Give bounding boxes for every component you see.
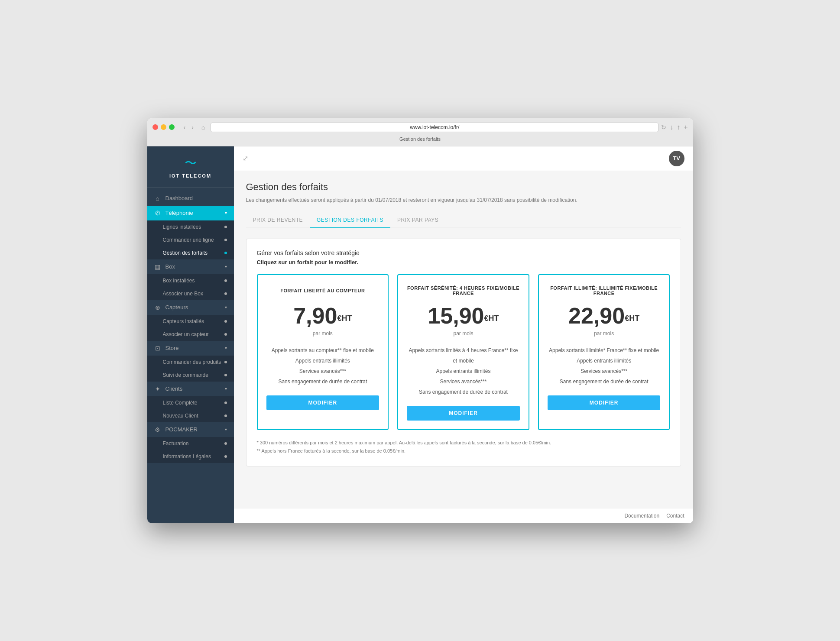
footnote-2: ** Appels hors France facturés à la seco… (257, 447, 670, 456)
sidebar-label-dashboard: Dashboard (165, 195, 227, 201)
footnote-1: * 300 numéros différents par mois et 2 h… (257, 439, 670, 447)
logo: 〜 IOT TELECOM (147, 146, 234, 188)
footer-link-documentation[interactable]: Documentation (624, 513, 659, 519)
sidebar-item-commander-produits[interactable]: Commander des produits (147, 356, 234, 369)
plan-price-wrap-liberte: 7,90€HT (266, 304, 379, 327)
tabs-container: PRIX DE REVENTE GESTION DES FORFAITS PRI… (246, 213, 681, 228)
sidebar-label-capteurs: Capteurs (165, 304, 225, 311)
chevron-right-icon: ▾ (225, 427, 227, 432)
logo-icon: 〜 (156, 155, 225, 172)
share-icon: ↑ (677, 123, 680, 131)
tab-prix-pays[interactable]: PRIX PAR PAYS (390, 213, 445, 228)
maximize-button[interactable] (169, 124, 175, 130)
sidebar-item-liste-complete[interactable]: Liste Complète (147, 396, 234, 409)
reload-button[interactable]: ↻ (661, 124, 666, 131)
sub-item-label: Box installées (163, 278, 195, 284)
sub-dot (224, 361, 227, 363)
avatar[interactable]: TV (669, 151, 684, 166)
sidebar-label-pocmaker: POCMAKER (165, 426, 225, 433)
sub-item-label: Commander des produits (163, 359, 221, 365)
sidebar-item-gestion-forfaits[interactable]: Gestion des forfaits (147, 246, 234, 259)
sidebar-item-box[interactable]: ▦ Box ▾ (147, 259, 234, 274)
footer-link-contact[interactable]: Contact (666, 513, 684, 519)
page-subtitle: Les changements effectués seront appliqu… (246, 196, 681, 204)
sub-dot (224, 279, 227, 282)
plan-card-illimite[interactable]: FORFAIT ILLIMITÉ: ILLLIMITÉ FIXE/MOBILE … (538, 274, 670, 430)
sidebar-item-store[interactable]: ⊡ Store ▾ (147, 341, 234, 356)
sidebar-item-dashboard[interactable]: ⌂ Dashboard (147, 191, 234, 206)
sub-item-label: Associer un capteur (163, 331, 209, 337)
phone-icon: ✆ (154, 210, 161, 217)
page-content: Gestion des forfaits Les changements eff… (234, 171, 693, 508)
sub-dot (224, 442, 227, 445)
sub-item-label: Informations Légales (163, 453, 211, 460)
plan-name-liberte: FORFAIT LIBERTÉ AU COMPTEUR (266, 284, 379, 298)
page-title: Gestion des forfaits (246, 181, 681, 193)
sidebar-item-associer-capteur[interactable]: Associer un capteur (147, 328, 234, 341)
plan-price-wrap-serenite: 15,90€HT (407, 304, 520, 327)
sidebar-item-telephonie[interactable]: ✆ Téléphonie ▾ (147, 206, 234, 220)
sidebar-item-informations-legales[interactable]: Informations Légales (147, 450, 234, 463)
sub-dot (224, 320, 227, 323)
capteurs-icon: ⊛ (154, 304, 161, 311)
modifier-button-liberte[interactable]: MODIFIER (266, 395, 379, 410)
download-icon: ↓ (670, 123, 673, 131)
plans-grid: FORFAIT LIBERTÉ AU COMPTEUR 7,90€HT par … (257, 274, 670, 430)
footnotes: * 300 numéros différents par mois et 2 h… (257, 439, 670, 456)
sidebar-item-commander-ligne[interactable]: Commander une ligne (147, 233, 234, 246)
tab-gestion-forfaits[interactable]: GESTION DES FORFAITS (310, 213, 390, 228)
sub-item-label: Nouveau Client (163, 413, 198, 419)
section-label: Gérer vos forfaits selon votre stratégie (257, 249, 670, 256)
forward-button[interactable]: › (189, 123, 196, 132)
sub-item-label: Suivi de commande (163, 372, 208, 378)
back-button[interactable]: ‹ (182, 123, 188, 132)
sidebar-item-pocmaker[interactable]: ⚙ POCMAKER ▾ (147, 422, 234, 437)
logo-text: IOT TELECOM (156, 173, 225, 178)
sub-item-label: Facturation (163, 440, 189, 447)
sub-item-label: Gestion des forfaits (163, 250, 208, 256)
chevron-right-icon: ▾ (225, 386, 227, 391)
minimize-button[interactable] (161, 124, 166, 130)
sidebar-item-box-installees[interactable]: Box installées (147, 274, 234, 287)
address-input[interactable] (211, 123, 658, 132)
plan-period-serenite: par mois (407, 330, 520, 337)
sub-dot (224, 226, 227, 228)
close-button[interactable] (152, 124, 158, 130)
sidebar-label-clients: Clients (165, 385, 225, 392)
dashboard-icon: ⌂ (154, 195, 161, 202)
settings-icon: ⚙ (154, 426, 161, 433)
sidebar-item-nouveau-client[interactable]: Nouveau Client (147, 409, 234, 422)
sub-item-label: Capteurs installés (163, 318, 204, 324)
new-tab-icon[interactable]: + (684, 123, 688, 131)
sidebar-item-suivi-commande[interactable]: Suivi de commande (147, 369, 234, 382)
expand-icon[interactable]: ⤢ (243, 154, 248, 162)
footer: Documentation Contact (234, 508, 693, 523)
sub-dot (224, 292, 227, 295)
sub-item-label: Associer une Box (163, 291, 203, 297)
plan-card-liberte[interactable]: FORFAIT LIBERTÉ AU COMPTEUR 7,90€HT par … (257, 274, 389, 430)
sidebar-item-clients[interactable]: ✦ Clients ▾ (147, 382, 234, 396)
chevron-right-icon: ▾ (225, 264, 227, 269)
sidebar-item-capteurs[interactable]: ⊛ Capteurs ▾ (147, 300, 234, 315)
sidebar-item-lignes[interactable]: Lignes installées (147, 220, 234, 233)
sub-item-label: Lignes installées (163, 224, 201, 230)
home-button[interactable]: ⌂ (199, 123, 207, 132)
sub-dot (224, 239, 227, 241)
sidebar-item-facturation[interactable]: Facturation (147, 437, 234, 450)
plan-period-liberte: par mois (266, 330, 379, 337)
sidebar-item-capteurs-installes[interactable]: Capteurs installés (147, 315, 234, 328)
plan-features-illimite: Appels sortants illimités* France** fixe… (548, 345, 661, 387)
sub-dot-active (224, 252, 227, 254)
plan-price-liberte: 7,90 (293, 303, 337, 328)
plan-card-serenite[interactable]: FORFAIT SÉRÉNITÉ: 4 HEURES FIXE/MOBILE F… (397, 274, 529, 430)
modifier-button-illimite[interactable]: MODIFIER (548, 395, 661, 410)
modifier-button-serenite[interactable]: MODIFIER (407, 406, 520, 421)
chevron-right-icon: ▾ (225, 346, 227, 350)
tab-prix-revente[interactable]: PRIX DE REVENTE (246, 213, 310, 228)
click-hint: Cliquez sur un forfait pour le modifier. (257, 259, 670, 265)
browser-tab: Gestion des forfaits (152, 135, 688, 143)
sub-dot (224, 333, 227, 336)
sidebar-item-associer-box[interactable]: Associer une Box (147, 287, 234, 300)
plan-period-illimite: par mois (548, 330, 661, 337)
plan-currency-illimite: €HT (625, 314, 639, 322)
